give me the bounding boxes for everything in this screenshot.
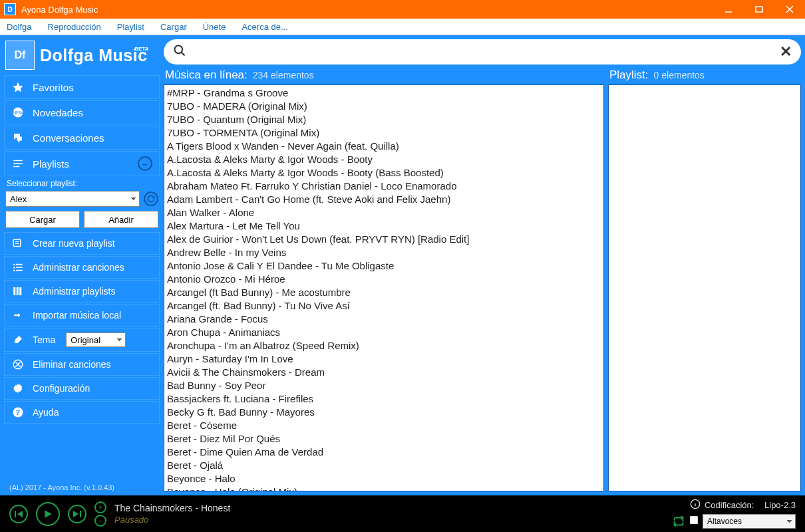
playlist-select[interactable]: Alex (5, 191, 140, 207)
svg-rect-19 (17, 287, 19, 295)
svg-rect-15 (16, 267, 23, 268)
tema-label: Tema (33, 334, 55, 345)
brush-icon (11, 333, 25, 346)
svg-rect-9 (13, 239, 21, 247)
svg-line-28 (182, 53, 185, 56)
song-item[interactable]: A.Lacosta & Aleks Marty & Igor Woods - B… (167, 153, 601, 166)
stop-icon[interactable] (689, 515, 699, 527)
app-body: Df Dolfga MusicBETA Favoritos NEW Noveda… (0, 35, 805, 495)
song-item[interactable]: Arcangel (ft. Bad Bunny) - Tu No Vive As… (167, 299, 601, 313)
sidebar-item-config[interactable]: Configuración (4, 377, 160, 400)
song-item[interactable]: Abraham Mateo Ft. Farruko Y Christian Da… (167, 180, 601, 193)
output-select[interactable]: Altavoces (703, 514, 796, 529)
song-item[interactable]: #MRP - Grandma s Groove (167, 86, 601, 100)
playlist-list[interactable] (608, 84, 801, 491)
song-item[interactable]: Aron Chupa - Animaniacs (167, 326, 601, 339)
volume-down-button[interactable]: – (94, 515, 106, 527)
svg-text:NEW: NEW (13, 110, 23, 115)
svg-rect-30 (80, 511, 81, 517)
sidebar-item-favoritos[interactable]: Favoritos (4, 75, 160, 99)
next-button[interactable] (68, 505, 86, 523)
song-item[interactable]: Antonio Orozco - Mi Héroe (167, 273, 601, 286)
song-item[interactable]: Beyonce - Halo (167, 472, 601, 485)
refresh-icon[interactable] (144, 192, 158, 206)
sidebar-item-ayuda[interactable]: ? Ayuda (4, 401, 160, 424)
menu-reproduccion[interactable]: Reproducción (40, 20, 109, 34)
tema-select[interactable]: Original (66, 332, 126, 347)
sidebar-item-importar[interactable]: Importar música local (4, 304, 160, 327)
svg-rect-20 (19, 287, 21, 295)
song-item[interactable]: Arcangel (ft Bad Bunny) - Me acostumbre (167, 286, 601, 299)
song-item[interactable]: Adam Lambert - Can't Go Home (ft. Steve … (167, 193, 601, 206)
menu-unete[interactable]: Únete (195, 20, 234, 34)
sidebar-label: Favoritos (33, 82, 74, 93)
app-icon: D (4, 3, 16, 15)
song-list[interactable]: #MRP - Grandma s Groove7UBO - MADERA (Or… (164, 84, 604, 491)
search-input[interactable] (193, 47, 773, 58)
now-playing-title: The Chainsmokers - Honest (114, 502, 664, 514)
song-item[interactable]: Auryn - Saturday I'm In Love (167, 352, 601, 366)
song-item[interactable]: Beret - Ojalá (167, 459, 601, 472)
sidebar-item-crear-playlist[interactable]: Crear nueva playlist (4, 232, 160, 255)
player-bar: + – The Chainsmokers - Honest Pausado Co… (0, 495, 805, 532)
minimize-button[interactable] (713, 0, 744, 19)
song-item[interactable]: Beyonce - Halo (Original Mix) (167, 485, 601, 491)
song-item[interactable]: Becky G ft. Bad Bunny - Mayores (167, 406, 601, 419)
song-item[interactable]: 7UBO - TORMENTA (Original Mix) (167, 126, 601, 140)
song-item[interactable]: Bad Bunny - Soy Peor (167, 379, 601, 392)
song-item[interactable]: Alex Martura - Let Me Tell You (167, 219, 601, 233)
song-item[interactable]: Alex de Guirior - Won't Let Us Down (fea… (167, 233, 601, 246)
cargar-button[interactable]: Cargar (5, 211, 80, 228)
close-button[interactable] (774, 0, 805, 19)
play-button[interactable] (36, 502, 60, 526)
new-icon: NEW (11, 106, 25, 119)
volume-up-button[interactable]: + (94, 501, 106, 513)
svg-rect-8 (13, 166, 19, 168)
song-item[interactable]: Beret - Diez Mil Por Qués (167, 432, 601, 446)
clear-search-icon[interactable]: ✕ (780, 43, 792, 61)
song-item[interactable]: Antonio Jose & Cali Y El Dandee - Tu Me … (167, 259, 601, 273)
song-item[interactable]: Avicii & The Chainsmokers - Dream (167, 366, 601, 379)
maximize-button[interactable] (744, 0, 774, 19)
song-item[interactable]: Bassjackers ft. Luciana - Firefiles (167, 392, 601, 406)
song-item[interactable]: 7UBO - Quantum (Original Mix) (167, 113, 601, 126)
menu-cargar[interactable]: Cargar (152, 20, 195, 34)
song-item[interactable]: A.Lacosta & Aleks Marty & Igor Woods - B… (167, 166, 601, 180)
list-icon (11, 157, 25, 170)
song-item[interactable]: Andrew Belle - In my Veins (167, 246, 601, 259)
sidebar-item-admin-playlists[interactable]: Administrar playlists (4, 280, 160, 303)
collapse-icon[interactable]: – (138, 156, 152, 171)
svg-rect-16 (13, 270, 15, 271)
sidebar-item-admin-canciones[interactable]: Administrar canciones (4, 256, 160, 279)
svg-rect-1 (756, 7, 762, 12)
sidebar-footer: (AL) 2017 - Ayona Inc. (v.1.0.43) (4, 479, 160, 491)
brand-name: Dolfga MusicBETA (40, 46, 148, 65)
repeat-icon[interactable] (672, 516, 685, 527)
gear-icon (11, 382, 25, 395)
playlists-icon (11, 285, 25, 298)
sidebar-item-eliminar[interactable]: Eliminar canciones (4, 353, 160, 376)
online-panel: Música en línea: 234 elementos #MRP - Gr… (164, 67, 604, 491)
song-item[interactable]: Beret - Cóseme (167, 419, 601, 432)
menu-playlist[interactable]: Playlist (109, 20, 152, 34)
sidebar-item-conversaciones[interactable]: Conversaciones (4, 126, 160, 150)
svg-point-27 (175, 46, 183, 54)
song-item[interactable]: Alan Walker - Alone (167, 206, 601, 219)
playlist-count: 0 elementos (654, 70, 705, 80)
window-title: Ayona Dolfga Music (21, 5, 98, 15)
sidebar-label: Novedades (33, 107, 83, 118)
song-item[interactable]: Aronchupa - I'm an Albatroz (Speed Remix… (167, 339, 601, 352)
song-item[interactable]: Beret - Dime Quien Ama de Verdad (167, 446, 601, 459)
menu-acerca[interactable]: Acerca de... (234, 20, 295, 34)
menu-dolfga[interactable]: Dolfga (3, 20, 40, 34)
svg-text:?: ? (16, 408, 20, 416)
sidebar-label: Configuración (33, 383, 90, 394)
anadir-button[interactable]: Añadir (84, 211, 158, 228)
prev-button[interactable] (9, 505, 28, 523)
sidebar-item-novedades[interactable]: NEW Novedades (4, 100, 160, 124)
sidebar-label: Administrar playlists (33, 286, 115, 297)
sidebar-item-playlists[interactable]: Playlists – (4, 151, 160, 176)
song-item[interactable]: A Tigers Blood x Wanden - Never Again (f… (167, 140, 601, 153)
song-item[interactable]: 7UBO - MADERA (Original Mix) (167, 100, 601, 113)
song-item[interactable]: Ariana Grande - Focus (167, 313, 601, 326)
